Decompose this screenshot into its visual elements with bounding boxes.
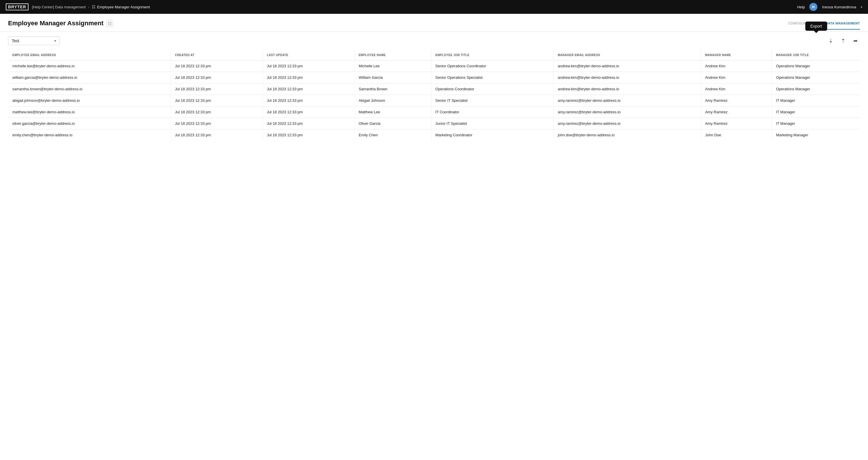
share-button[interactable]: ➦	[851, 36, 860, 45]
table-cell: amy.ramirez@bryter-demo-address.io	[554, 106, 701, 118]
table-cell: Jul 18 2023 12:33 pm	[262, 129, 354, 141]
table-cell: Abigail Johnson	[354, 95, 431, 106]
table-cell: Operations Coordinator	[431, 84, 554, 95]
user-menu-chevron[interactable]: ▾	[861, 5, 862, 9]
table-cell: IT Manager	[772, 106, 860, 118]
table-cell: samantha.brown@bryter-demo-address.io	[8, 84, 171, 95]
table-row: oliver.garcia@bryter-demo-address.ioJul …	[8, 118, 860, 129]
table-cell: Operations Manager	[772, 72, 860, 84]
col-employee-name: EMPLOYEE NAME	[354, 50, 431, 60]
table-row: abigail.johnson@bryter-demo-address.ioJu…	[8, 95, 860, 106]
table-cell: IT Manager	[772, 118, 860, 129]
table-row: matthew.lee@bryter-demo-address.ioJul 18…	[8, 106, 860, 118]
page-header: Employee Manager Assignment ⊡ CONFIGURAT…	[0, 14, 868, 32]
breadcrumb-root[interactable]: [Help Center] Data management	[32, 5, 86, 9]
table-cell: michelle.lee@bryter-demo-address.io	[8, 60, 171, 72]
table-cell: Jul 18 2023 12:33 pm	[171, 95, 262, 106]
table-cell: Jul 18 2023 12:33 pm	[262, 84, 354, 95]
download-icon: ⇣	[829, 38, 833, 44]
topbar-right: Help IK Inessa Komandirova ▾	[797, 3, 862, 11]
share-icon: ➦	[853, 38, 858, 44]
table-cell: matthew.lee@bryter-demo-address.io	[8, 106, 171, 118]
table-row: william.garcia@bryter-demo-address.ioJul…	[8, 72, 860, 84]
upload-button[interactable]: ⇡	[839, 36, 847, 45]
table-cell: Jul 18 2023 12:33 pm	[171, 72, 262, 84]
filter-value: Test	[12, 38, 19, 43]
filter-dropdown[interactable]: Test ▾	[8, 36, 60, 45]
table-cell: Michelle Lee	[354, 60, 431, 72]
table-cell: Andrew Kim	[701, 84, 772, 95]
page-help-icon[interactable]: ⊡	[106, 20, 113, 27]
table-cell: Emily Chen	[354, 129, 431, 141]
table-cell: Jul 18 2023 12:33 pm	[171, 129, 262, 141]
download-button[interactable]: ⇣	[826, 36, 835, 45]
table-row: samantha.brown@bryter-demo-address.ioJul…	[8, 84, 860, 95]
table-cell: Senior IT Specialist	[431, 95, 554, 106]
toolbar: Test ▾ Export ⇣ ⇡ ➦	[0, 32, 868, 50]
col-manager-job-title: MANAGER JOB TITLE	[772, 50, 860, 60]
page-title: Employee Manager Assignment	[8, 20, 103, 27]
username-label: Inessa Komandirova	[822, 5, 856, 9]
table-cell: andrew.kim@bryter-demo-address.io	[554, 60, 701, 72]
col-manager-name: MANAGER NAME	[701, 50, 772, 60]
table-header: EMPLOYEE EMAIL ADDRESS CREATED AT LAST U…	[8, 50, 860, 60]
page-content: Employee Manager Assignment ⊡ CONFIGURAT…	[0, 14, 868, 460]
table-body: michelle.lee@bryter-demo-address.ioJul 1…	[8, 60, 860, 141]
table-cell: IT Manager	[772, 95, 860, 106]
table-cell: John Doe	[701, 129, 772, 141]
breadcrumb-separator: ›	[88, 5, 89, 9]
table-cell: Matthew Lee	[354, 106, 431, 118]
table-cell: andrew.kim@bryter-demo-address.io	[554, 72, 701, 84]
breadcrumb-current: ☷ Employee Manager Assignment	[92, 5, 150, 9]
table-cell: Operations Manager	[772, 84, 860, 95]
table-cell: Junior IT Specialist	[431, 118, 554, 129]
table-cell: Jul 18 2023 12:33 pm	[262, 60, 354, 72]
table-cell: Jul 18 2023 12:33 pm	[171, 84, 262, 95]
table-cell: andrew.kim@bryter-demo-address.io	[554, 84, 701, 95]
table-row: emily.chen@bryter-demo-address.ioJul 18 …	[8, 129, 860, 141]
bryter-logo[interactable]: BRYTER	[6, 3, 29, 10]
table-cell: Oliver Garcia	[354, 118, 431, 129]
page-title-area: Employee Manager Assignment ⊡	[8, 20, 113, 32]
table-cell: abigail.johnson@bryter-demo-address.io	[8, 95, 171, 106]
table-cell: emily.chen@bryter-demo-address.io	[8, 129, 171, 141]
table-cell: Jul 18 2023 12:33 pm	[262, 118, 354, 129]
table-cell: Jul 18 2023 12:33 pm	[262, 95, 354, 106]
table-cell: Jul 18 2023 12:33 pm	[171, 60, 262, 72]
table-cell: Jul 18 2023 12:33 pm	[171, 118, 262, 129]
table-cell: amy.ramirez@bryter-demo-address.io	[554, 118, 701, 129]
table-cell: Jul 18 2023 12:33 pm	[171, 106, 262, 118]
table-cell: Andrew Kim	[701, 72, 772, 84]
doc-icon: ☷	[92, 5, 95, 9]
col-last-update: LAST UPDATE	[262, 50, 354, 60]
col-manager-email: MANAGER EMAIL ADDRESS	[554, 50, 701, 60]
help-link[interactable]: Help	[797, 5, 805, 9]
avatar[interactable]: IK	[809, 3, 817, 11]
breadcrumb: [Help Center] Data management › ☷ Employ…	[32, 5, 150, 9]
table-cell: Andrew Kim	[701, 60, 772, 72]
table-cell: Senior Operations Specialist	[431, 72, 554, 84]
table-cell: oliver.garcia@bryter-demo-address.io	[8, 118, 171, 129]
table-row: michelle.lee@bryter-demo-address.ioJul 1…	[8, 60, 860, 72]
col-employee-email: EMPLOYEE EMAIL ADDRESS	[8, 50, 171, 60]
table-cell: IT Coordinator	[431, 106, 554, 118]
table-cell: Senior Operations Coordinator	[431, 60, 554, 72]
table-cell: Samantha Brown	[354, 84, 431, 95]
table-cell: Amy Ramirez	[701, 95, 772, 106]
export-tooltip: Export	[805, 22, 827, 31]
toolbar-actions: Export ⇣ ⇡ ➦	[826, 36, 860, 45]
table-cell: Jul 18 2023 12:33 pm	[262, 106, 354, 118]
table-cell: Operations Manager	[772, 60, 860, 72]
table-cell: Marketing Coordinator	[431, 129, 554, 141]
table-cell: amy.ramirez@bryter-demo-address.io	[554, 95, 701, 106]
tab-data-management[interactable]: DATA MANAGEMENT	[826, 22, 860, 30]
table-cell: Jul 18 2023 12:33 pm	[262, 72, 354, 84]
upload-icon: ⇡	[841, 38, 845, 44]
table-cell: Amy Ramirez	[701, 118, 772, 129]
col-employee-job-title: EMPLOYEE JOB TITLE	[431, 50, 554, 60]
table-cell: Marketing Manager	[772, 129, 860, 141]
table-wrapper: EMPLOYEE EMAIL ADDRESS CREATED AT LAST U…	[0, 50, 868, 149]
col-created-at: CREATED AT	[171, 50, 262, 60]
export-tooltip-wrapper: Export ⇣	[826, 36, 835, 45]
filter-chevron-icon: ▾	[54, 39, 56, 43]
